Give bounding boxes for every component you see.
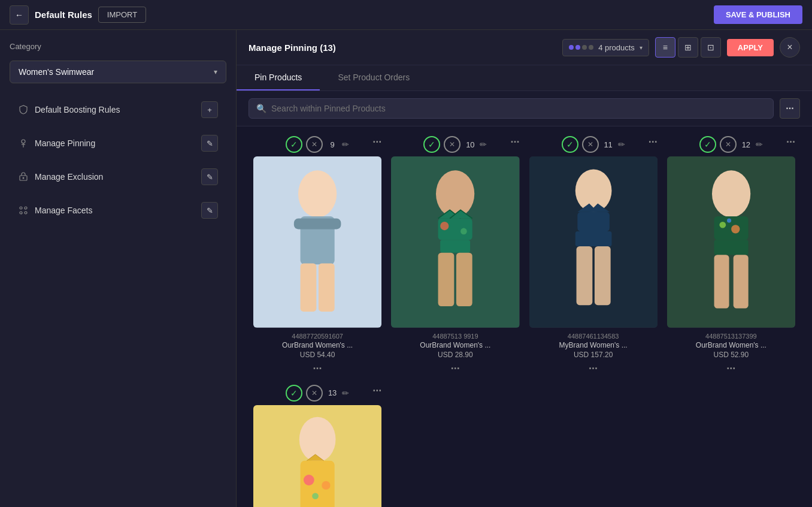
edit-pin-button[interactable]: ✏: [756, 140, 763, 149]
svg-point-39: [304, 475, 314, 485]
edit-pin-button[interactable]: ✏: [342, 140, 349, 149]
product-name: OurBrand Women's ...: [391, 341, 519, 349]
product-card: ✓ ✕ 11 ✏ ··· 44887461134583 MyBrand Wome…: [525, 131, 662, 380]
apply-button[interactable]: APPLY: [727, 39, 774, 56]
sidebar-item-manage-pinning[interactable]: Manage Pinning ✎: [10, 129, 226, 158]
edit-pin-button[interactable]: ✏: [480, 140, 487, 149]
product-select-button[interactable]: ✓: [699, 136, 716, 153]
category-dropdown[interactable]: Women's Swimwear ▾: [10, 61, 226, 83]
card-bottom-more-button[interactable]: ···: [726, 363, 735, 375]
product-pin-button[interactable]: ✕: [306, 136, 323, 153]
product-id: 44887720591607: [253, 333, 381, 340]
tabs: Pin Products Set Product Orders: [237, 65, 812, 91]
tag-view-icon: ⊡: [707, 43, 714, 52]
close-button[interactable]: ×: [780, 37, 800, 58]
category-label: Women's Swimwear: [19, 67, 94, 77]
import-button[interactable]: IMPORT: [98, 7, 146, 23]
svg-point-41: [312, 493, 319, 499]
pin-number: 12: [740, 140, 752, 149]
product-pin-button[interactable]: ✕: [444, 136, 460, 153]
card-more-button[interactable]: ···: [372, 385, 381, 397]
content-area: Manage Pinning (13) 4 products ▾ ≡: [237, 30, 812, 507]
sidebar-item-label-manage-facets: Manage Facets: [35, 206, 93, 215]
grid-view-icon: ⊞: [684, 43, 692, 52]
card-more-button[interactable]: ···: [372, 136, 381, 149]
product-pin-button[interactable]: ✕: [582, 136, 599, 153]
card-bottom-more-button[interactable]: ···: [589, 363, 598, 375]
tag-view-button[interactable]: ⊡: [701, 37, 721, 58]
svg-point-2: [23, 177, 25, 179]
edit-manage-exclusion-button[interactable]: ✎: [201, 168, 218, 185]
pin-icon: [18, 138, 29, 149]
card-bottom-actions: ···: [667, 363, 795, 375]
tab-pin-products-label: Pin Products: [254, 73, 302, 82]
svg-rect-26: [594, 246, 610, 305]
svg-point-3: [20, 207, 22, 209]
card-bottom-more-button[interactable]: ···: [313, 363, 322, 375]
products-grid: ✓ ✕ 9 ✏ ··· 44887720591607 OurBrand Wome…: [237, 126, 812, 507]
svg-point-30: [719, 222, 726, 228]
save-publish-button[interactable]: SAVE & PUBLISH: [714, 5, 802, 24]
card-top-actions: ✓ ✕ 10 ✏ ···: [391, 136, 519, 153]
list-view-button[interactable]: ≡: [655, 37, 675, 58]
svg-rect-11: [301, 264, 317, 312]
edit-manage-facets-button[interactable]: ✎: [201, 202, 218, 219]
filter-chevron-icon: ▾: [640, 44, 643, 51]
search-icon: 🔍: [256, 104, 266, 113]
product-select-button[interactable]: ✓: [562, 136, 578, 153]
product-pin-button[interactable]: ✕: [306, 385, 323, 402]
svg-rect-33: [714, 240, 748, 255]
checkmark-icon: ✓: [428, 140, 435, 149]
edit-pin-button[interactable]: ✏: [618, 140, 625, 149]
svg-point-6: [25, 212, 27, 214]
filter-dot-1: [569, 45, 574, 50]
svg-rect-35: [733, 255, 748, 308]
card-top-actions: ✓ ✕ 12 ✏ ···: [667, 136, 795, 153]
sidebar-item-label-default-boosting: Default Boosting Rules: [35, 105, 120, 114]
page-title: Default Rules: [35, 10, 92, 20]
svg-point-0: [22, 140, 25, 143]
sidebar: Category Women's Swimwear ▾ Default Boos…: [0, 30, 237, 507]
edit-pin-button[interactable]: ✏: [342, 388, 349, 398]
tab-pin-products[interactable]: Pin Products: [237, 65, 320, 90]
svg-rect-34: [714, 255, 729, 308]
add-default-boosting-button[interactable]: +: [201, 101, 218, 118]
card-top-actions: ✓ ✕ 13 ✏ ···: [253, 385, 381, 402]
topbar-left: ← Default Rules IMPORT: [10, 5, 146, 25]
main-layout: Category Women's Swimwear ▾ Default Boos…: [0, 30, 812, 507]
sidebar-item-default-boosting[interactable]: Default Boosting Rules +: [10, 95, 226, 124]
tab-set-product-orders[interactable]: Set Product Orders: [320, 65, 428, 90]
more-options-button[interactable]: ···: [780, 98, 800, 119]
svg-point-4: [25, 207, 27, 209]
card-more-button[interactable]: ···: [786, 136, 795, 149]
x-mark-icon: ✕: [311, 389, 317, 397]
product-id: 44887513 9919: [391, 333, 519, 340]
content-title: Manage Pinning (13): [249, 43, 336, 53]
svg-point-17: [460, 228, 467, 235]
svg-rect-20: [456, 253, 472, 306]
search-input[interactable]: [271, 104, 766, 113]
product-price: USD 157.20: [529, 351, 658, 359]
header-right: 4 products ▾ ≡ ⊞ ⊡ APPLY ×: [562, 37, 800, 58]
svg-rect-24: [575, 231, 611, 246]
tab-set-product-orders-label: Set Product Orders: [338, 73, 410, 82]
svg-point-37: [299, 417, 336, 461]
edit-manage-pinning-button[interactable]: ✎: [201, 135, 218, 152]
product-pin-button[interactable]: ✕: [720, 136, 737, 153]
sidebar-item-manage-facets[interactable]: Manage Facets ✎: [10, 196, 226, 225]
card-more-button[interactable]: ···: [510, 136, 519, 149]
search-bar: 🔍 ···: [237, 91, 812, 126]
card-top-actions: ✓ ✕ 11 ✏ ···: [529, 136, 658, 153]
svg-point-22: [575, 169, 611, 212]
sidebar-item-manage-exclusion[interactable]: Manage Exclusion ✎: [10, 162, 226, 191]
product-select-button[interactable]: ✓: [286, 385, 302, 402]
back-button[interactable]: ←: [10, 5, 29, 25]
product-select-button[interactable]: ✓: [423, 136, 440, 153]
product-select-button[interactable]: ✓: [286, 136, 302, 153]
grid-view-button[interactable]: ⊞: [678, 37, 698, 58]
card-bottom-more-button[interactable]: ···: [451, 363, 460, 375]
card-more-button[interactable]: ···: [649, 136, 658, 149]
products-filter[interactable]: 4 products ▾: [562, 39, 649, 56]
exclude-icon: [18, 171, 29, 182]
svg-point-5: [20, 212, 22, 214]
